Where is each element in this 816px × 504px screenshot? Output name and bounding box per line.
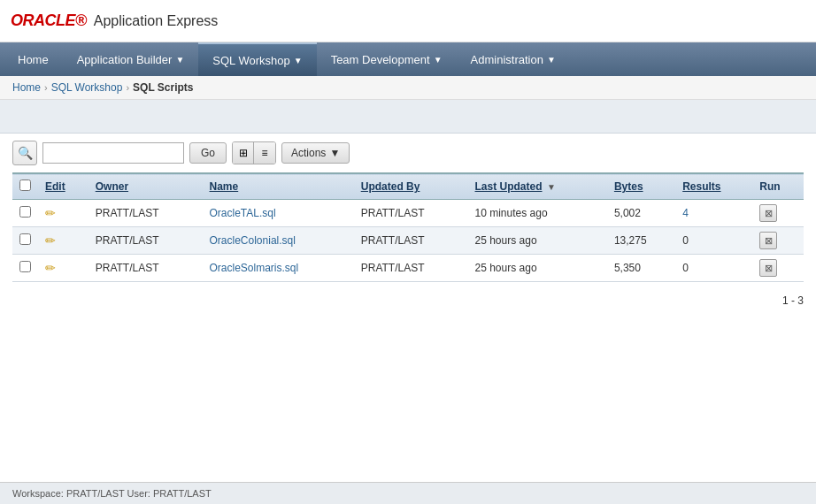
col-name-label[interactable]: Name bbox=[210, 180, 239, 193]
breadcrumb-current: SQL Scripts bbox=[133, 81, 193, 94]
row-last-updated: 25 hours ago bbox=[468, 255, 607, 282]
edit-icon[interactable]: ✏ bbox=[45, 261, 56, 275]
col-last-updated-label[interactable]: Last Updated bbox=[475, 180, 543, 193]
breadcrumb-sql-workshop[interactable]: SQL Workshop bbox=[51, 81, 123, 94]
col-results: Results bbox=[675, 173, 752, 200]
run-icon[interactable]: ⊠ bbox=[759, 204, 777, 222]
toolbar: 🔍 Go ⊞ ≡ Actions ▼ bbox=[0, 134, 816, 172]
grid-icon: ⊞ bbox=[239, 147, 248, 159]
nav-sql-workshop[interactable]: SQL Workshop ▼ bbox=[198, 42, 316, 76]
row-edit: ✏ bbox=[38, 255, 89, 282]
run-icon[interactable]: ⊠ bbox=[759, 259, 777, 277]
row-bytes: 5,002 bbox=[607, 200, 675, 227]
row-results: 0 bbox=[675, 227, 752, 255]
search-icon: 🔍 bbox=[18, 146, 33, 160]
breadcrumb-sep-2: › bbox=[126, 82, 129, 93]
breadcrumb-sep-1: › bbox=[44, 82, 48, 93]
run-icon[interactable]: ⊠ bbox=[759, 232, 777, 249]
row-last-updated: 25 hours ago bbox=[468, 227, 607, 255]
table-body: ✏ PRATT/LAST OracleTAL.sql PRATT/LAST 10… bbox=[12, 200, 804, 282]
results-link[interactable]: 4 bbox=[682, 207, 689, 219]
chevron-down-icon: ▼ bbox=[434, 55, 443, 65]
breadcrumb: Home › SQL Workshop › SQL Scripts bbox=[0, 76, 816, 100]
footer: Workspace: PRATT/LAST User: PRATT/LAST bbox=[0, 482, 816, 504]
sort-desc-icon: ▼ bbox=[547, 182, 556, 192]
col-check bbox=[12, 173, 38, 200]
navbar: Home Application Builder ▼ SQL Workshop … bbox=[0, 42, 816, 76]
col-results-label[interactable]: Results bbox=[682, 180, 720, 193]
col-updated-by: Updated By bbox=[354, 173, 468, 200]
header: ORACLE® Application Express bbox=[0, 0, 816, 42]
row-edit: ✏ bbox=[38, 200, 89, 227]
chevron-down-icon: ▼ bbox=[175, 55, 184, 65]
col-run-label: Run bbox=[759, 180, 780, 193]
script-name-link[interactable]: OracleColonial.sql bbox=[210, 234, 296, 247]
row-owner: PRATT/LAST bbox=[89, 255, 203, 282]
row-checkbox[interactable] bbox=[19, 261, 31, 272]
row-last-updated: 10 minutes ago bbox=[468, 200, 607, 227]
edit-icon[interactable]: ✏ bbox=[45, 233, 56, 248]
search-input[interactable] bbox=[42, 142, 184, 164]
select-all-checkbox[interactable] bbox=[19, 179, 31, 191]
table-row: ✏ PRATT/LAST OracleColonial.sql PRATT/LA… bbox=[12, 227, 804, 255]
col-run: Run bbox=[752, 173, 804, 200]
row-check bbox=[12, 255, 38, 282]
view-toggle: ⊞ ≡ bbox=[232, 141, 276, 164]
row-run: ⊠ bbox=[752, 200, 804, 227]
col-owner-label[interactable]: Owner bbox=[96, 180, 128, 193]
nav-app-builder[interactable]: Application Builder ▼ bbox=[63, 42, 199, 76]
row-updated-by: PRATT/LAST bbox=[354, 227, 468, 255]
table-row: ✏ PRATT/LAST OracleSolmaris.sql PRATT/LA… bbox=[12, 255, 804, 282]
row-updated-by: PRATT/LAST bbox=[354, 255, 468, 282]
row-name: OracleColonial.sql bbox=[203, 227, 354, 255]
col-bytes-label[interactable]: Bytes bbox=[614, 180, 643, 193]
list-view-button[interactable]: ≡ bbox=[254, 142, 275, 164]
row-checkbox[interactable] bbox=[19, 206, 31, 218]
go-button[interactable]: Go bbox=[189, 142, 227, 164]
col-owner: Owner bbox=[89, 173, 203, 200]
col-last-updated: Last Updated ▼ bbox=[468, 173, 607, 200]
row-check bbox=[12, 227, 38, 255]
grid-view-button[interactable]: ⊞ bbox=[233, 142, 254, 164]
col-updated-by-label[interactable]: Updated By bbox=[361, 180, 420, 193]
row-name: OracleTAL.sql bbox=[203, 200, 354, 227]
pagination: 1 - 3 bbox=[0, 291, 816, 314]
col-name: Name bbox=[203, 173, 354, 200]
data-table-wrapper: Edit Owner Name Updated By Last Updated … bbox=[0, 172, 816, 291]
row-results: 4 bbox=[675, 200, 752, 227]
app-title: Application Express bbox=[94, 13, 219, 29]
row-run: ⊠ bbox=[752, 255, 804, 282]
row-run: ⊠ bbox=[752, 227, 804, 255]
scripts-table: Edit Owner Name Updated By Last Updated … bbox=[12, 172, 804, 282]
chevron-down-icon: ▼ bbox=[547, 55, 556, 65]
row-check bbox=[12, 200, 38, 227]
col-edit: Edit bbox=[38, 173, 89, 200]
row-bytes: 13,275 bbox=[607, 227, 675, 255]
footer-text: Workspace: PRATT/LAST User: PRATT/LAST bbox=[12, 488, 212, 499]
breadcrumb-home[interactable]: Home bbox=[12, 81, 41, 94]
pagination-label: 1 - 3 bbox=[782, 294, 804, 307]
nav-team-development[interactable]: Team Development ▼ bbox=[317, 42, 457, 76]
row-owner: PRATT/LAST bbox=[89, 227, 203, 255]
oracle-logo: ORACLE® bbox=[11, 11, 87, 30]
chevron-down-icon: ▼ bbox=[294, 56, 303, 65]
search-icon-button[interactable]: 🔍 bbox=[12, 141, 37, 165]
row-updated-by: PRATT/LAST bbox=[354, 200, 468, 227]
nav-home[interactable]: Home bbox=[4, 42, 63, 76]
list-icon: ≡ bbox=[262, 147, 268, 159]
search-bar-area bbox=[0, 100, 816, 134]
edit-icon[interactable]: ✏ bbox=[45, 206, 56, 220]
oracle-text: ORACLE bbox=[11, 11, 75, 29]
col-bytes: Bytes bbox=[607, 173, 675, 200]
row-checkbox[interactable] bbox=[19, 233, 31, 245]
chevron-down-icon: ▼ bbox=[329, 147, 340, 159]
script-name-link[interactable]: OracleTAL.sql bbox=[210, 207, 276, 219]
table-row: ✏ PRATT/LAST OracleTAL.sql PRATT/LAST 10… bbox=[12, 200, 804, 227]
script-name-link[interactable]: OracleSolmaris.sql bbox=[210, 262, 299, 274]
row-name: OracleSolmaris.sql bbox=[203, 255, 354, 282]
col-edit-label[interactable]: Edit bbox=[45, 180, 65, 193]
nav-administration[interactable]: Administration ▼ bbox=[457, 42, 570, 76]
actions-button[interactable]: Actions ▼ bbox=[281, 142, 350, 164]
row-owner: PRATT/LAST bbox=[89, 200, 203, 227]
row-results: 0 bbox=[675, 255, 752, 282]
